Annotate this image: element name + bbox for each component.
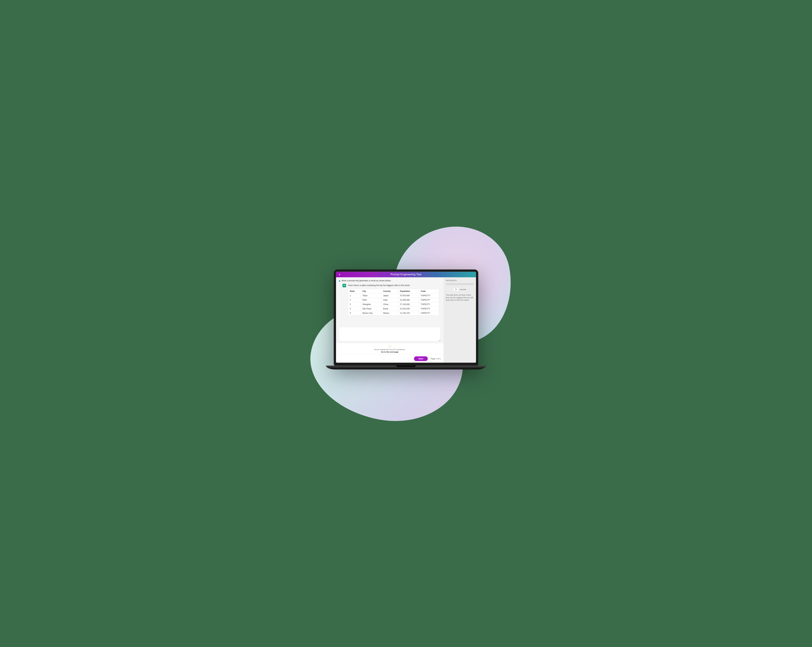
table-cell: TOP5CITY (419, 307, 439, 311)
app-topbar: Prompt Engineering Test (336, 272, 476, 277)
table-cell: 37,833,000 (398, 294, 419, 298)
table-cell: India (382, 298, 398, 302)
progress-bar (446, 283, 474, 285)
prompt-input[interactable] (339, 327, 441, 341)
minutes-input[interactable] (453, 288, 459, 291)
main-column: Write a prompt that generates a result a… (336, 277, 444, 362)
table-row: 5Mexico CityMexico21,782,378TOP5CITY (348, 311, 439, 315)
table-cell: TOP5CITY (419, 311, 439, 315)
table-header: Population (398, 289, 419, 294)
table-cell: 31,400,000 (398, 298, 419, 302)
sidebar-title: PROGRESS: (446, 280, 474, 282)
table-cell: TOP5CITY (419, 294, 439, 298)
answered-count: You've answered 0 out of 2 questions. (336, 349, 444, 350)
table-row: 1TokyoJapan37,833,000TOP5CITY (348, 294, 439, 298)
go-next-hint: Go to the next page (336, 351, 444, 353)
sidebar-note: This task does not have a time limit, bu… (446, 294, 474, 301)
question-row: Write a prompt that generates a result a… (339, 280, 441, 282)
table-cell: 2 (348, 298, 361, 302)
footer-bar: Next Page 1 of 1 (336, 355, 444, 362)
table-cell: 3 (348, 302, 361, 307)
table-header: Code (419, 289, 439, 294)
example-answer: Sure! Here's a table containing the top … (339, 284, 441, 287)
question-bullet-icon (339, 280, 340, 282)
table-row: 2DelhiIndia31,400,000TOP5CITY (348, 298, 439, 302)
table-cell: 4 (348, 307, 361, 311)
table-cell: China (382, 302, 398, 307)
table-cell: 21,782,378 (398, 311, 419, 315)
arrow-left-icon (338, 273, 341, 276)
question-text: Write a prompt that generates a result a… (342, 280, 391, 282)
table-row: 3ShanghaiChina27,100,000TOP5CITY (348, 302, 439, 307)
table-cell: Tokyo (361, 294, 382, 298)
walking-person-icon (388, 345, 391, 348)
status-block: You've answered 0 out of 2 questions. Go… (336, 343, 444, 355)
table-cell: TOP5CITY (419, 302, 439, 307)
table-row: 4São PauloBrazil22,043,028TOP5CITY (348, 307, 439, 311)
table-cell: Shanghai (361, 302, 382, 307)
progress-sidebar: PROGRESS: minutes This task does not hav… (444, 277, 476, 362)
page-indicator: Page 1 of 1 (431, 358, 441, 360)
cities-table: RankCityCountryPopulationCode 1TokyoJapa… (348, 289, 439, 315)
table-cell: Brazil (382, 307, 398, 311)
page-title: Prompt Engineering Test (391, 273, 421, 276)
table-cell: Delhi (361, 298, 382, 302)
table-cell: 27,100,000 (398, 302, 419, 307)
table-header: Country (382, 289, 398, 294)
table-cell: 1 (348, 294, 361, 298)
table-cell: Japan (382, 294, 398, 298)
table-header: City (361, 289, 382, 294)
example-answer-text: Sure! Here's a table containing the top … (348, 284, 410, 286)
table-header: Rank (348, 289, 361, 294)
laptop-mockup: Prompt Engineering Test Write a prompt t… (334, 269, 478, 370)
minutes-label: minutes (460, 288, 466, 291)
next-button[interactable]: Next (414, 356, 427, 361)
laptop-base (326, 365, 486, 370)
laptop-notch (396, 365, 416, 367)
openai-logo-icon (343, 285, 345, 287)
table-cell: 22,043,028 (398, 307, 419, 311)
table-cell: Mexico (382, 311, 398, 315)
table-cell: TOP5CITY (419, 298, 439, 302)
table-cell: 5 (348, 311, 361, 315)
person-icon (389, 346, 391, 347)
table-cell: Mexico City (361, 311, 382, 315)
table-cell: São Paulo (361, 307, 382, 311)
back-button[interactable] (338, 273, 341, 276)
chatgpt-icon (342, 284, 346, 287)
app-screen: Prompt Engineering Test Write a prompt t… (336, 272, 476, 362)
